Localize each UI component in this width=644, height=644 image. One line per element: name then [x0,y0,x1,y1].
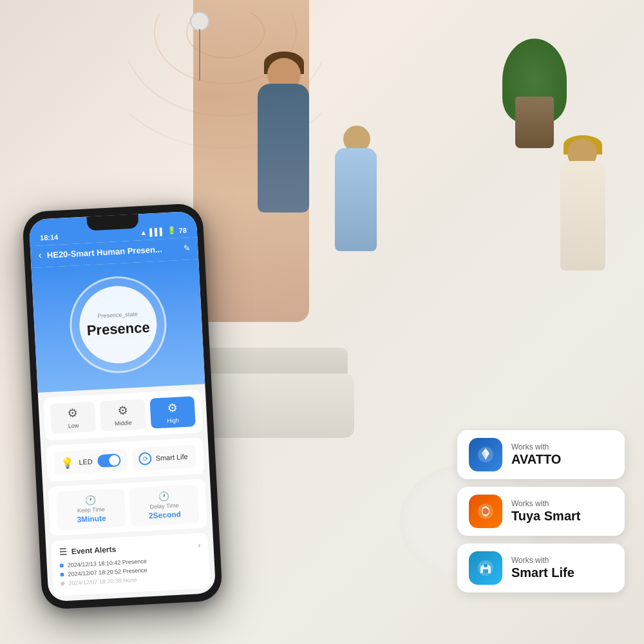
avatto-brand-name: AVATTO [511,451,561,467]
battery-icon: 🔋 [167,226,176,235]
event-header-left: ☰ Event Alerts [59,544,116,558]
battery-level: 78 [178,226,187,234]
delay-time-card[interactable]: 🕐 Delay Time 2Second [129,484,200,526]
led-card: 💡 LED [54,448,128,475]
tuya-brand-name: Tuya Smart [511,508,580,524]
smartlife-logo-icon [475,558,496,578]
signal-icon: ▌▌▌ [149,227,165,236]
led-icon: 💡 [61,457,74,469]
delay-time-label: Delay Time [149,502,178,510]
delay-time-value: 2Second [149,509,182,520]
svg-point-6 [482,508,489,515]
sensitivity-low[interactable]: ⚙ Low [50,401,97,434]
presence-state-label: Presence_state [97,311,138,319]
event-dot-1 [60,564,64,567]
smartlife-card[interactable]: ⟳ Smart Life [132,444,196,471]
svg-point-8 [484,564,488,567]
event-alerts-section: ☰ Event Alerts › 2024/12/13 18:10:42 Pre… [51,533,211,596]
presence-state-value: Presence [86,319,150,339]
led-label: LED [79,458,93,466]
smartlife-works-with: Works with [511,556,574,565]
edit-button[interactable]: ✎ [183,243,191,253]
status-icons: ▲ ▌▌▌ 🔋 78 [140,225,187,236]
phone-container: 18:14 ▲ ▌▌▌ 🔋 78 ‹ HE20-Smart Human Pres… [22,203,223,610]
sensitivity-high-icon: ⚙ [167,401,178,416]
keep-time-label: Keep Time [77,506,105,514]
smartlife-text-area: Works with Smart Life [511,556,574,580]
delay-time-icon: 🕐 [158,491,169,502]
keep-time-icon: 🕐 [85,495,97,506]
keep-time-value: 3Minute [77,514,106,524]
sensitivity-middle-label: Middle [115,419,132,426]
sensitivity-middle-icon: ⚙ [117,404,128,419]
event-alerts-title: Event Alerts [71,545,116,556]
badges-container: Works with AVATTO Works with Tuya Smart [457,430,625,592]
status-time: 18:14 [40,232,59,241]
led-smartlife-row: 💡 LED ⟳ Smart Life [46,438,205,482]
badge-smartlife: Works with Smart Life [457,544,625,592]
phone-screen: 18:14 ▲ ▌▌▌ 🔋 78 ‹ HE20-Smart Human Pres… [29,211,216,602]
event-header: ☰ Event Alerts › [59,540,201,557]
tuya-icon-box [469,495,502,528]
wifi-icon: ▲ [140,228,147,236]
smartlife-icon-box [469,551,502,585]
avatto-logo-icon [475,444,496,465]
event-text-3: 2024/12/07 18:20:38 None [68,576,137,587]
smartlife-icon: ⟳ [138,452,152,466]
time-row: 🕐 Keep Time 3Minute 🕐 Delay Time 2Second [48,478,207,536]
phone-outer: 18:14 ▲ ▌▌▌ 🔋 78 ‹ HE20-Smart Human Pres… [22,203,223,610]
sensitivity-section: ⚙ Low ⚙ Middle ⚙ High [43,390,202,441]
sensitivity-low-label: Low [68,422,79,430]
svg-point-3 [129,13,322,148]
svg-point-0 [187,13,264,58]
tuya-works-with: Works with [511,499,580,508]
avatto-icon-box [469,438,502,471]
back-button[interactable]: ‹ [38,249,42,261]
led-toggle[interactable] [97,453,121,468]
presence-card: Presence_state Presence [32,260,205,393]
badge-tuya: Works with Tuya Smart [457,487,625,536]
event-dot-3 [61,582,64,585]
tuya-text-area: Works with Tuya Smart [511,499,580,524]
sensitivity-low-icon: ⚙ [68,406,79,421]
presence-circle: Presence_state Presence [68,274,169,375]
smartlife-brand-name: Smart Life [511,565,574,580]
toggle-knob [109,455,120,466]
svg-point-1 [155,13,296,84]
badge-avatto: Works with AVATTO [457,430,625,479]
presence-circle-inner: Presence_state Presence [77,284,158,365]
svg-point-2 [129,13,322,116]
event-chevron-icon[interactable]: › [198,540,201,549]
sensitivity-middle[interactable]: ⚙ Middle [100,399,146,431]
phone-notch [87,214,139,231]
sensitivity-high-label: High [167,417,179,424]
tuya-logo-icon [475,501,496,522]
event-dot-2 [60,573,64,576]
radar-waves [129,13,322,206]
avatto-works-with: Works with [511,442,561,451]
avatto-text-area: Works with AVATTO [511,442,561,467]
smartlife-label: Smart Life [155,453,188,462]
event-menu-icon: ☰ [59,547,68,558]
sensitivity-high[interactable]: ⚙ High [149,396,196,429]
keep-time-card[interactable]: 🕐 Keep Time 3Minute [56,488,126,530]
app-title: HE20-Smart Human Presen... [46,243,183,260]
